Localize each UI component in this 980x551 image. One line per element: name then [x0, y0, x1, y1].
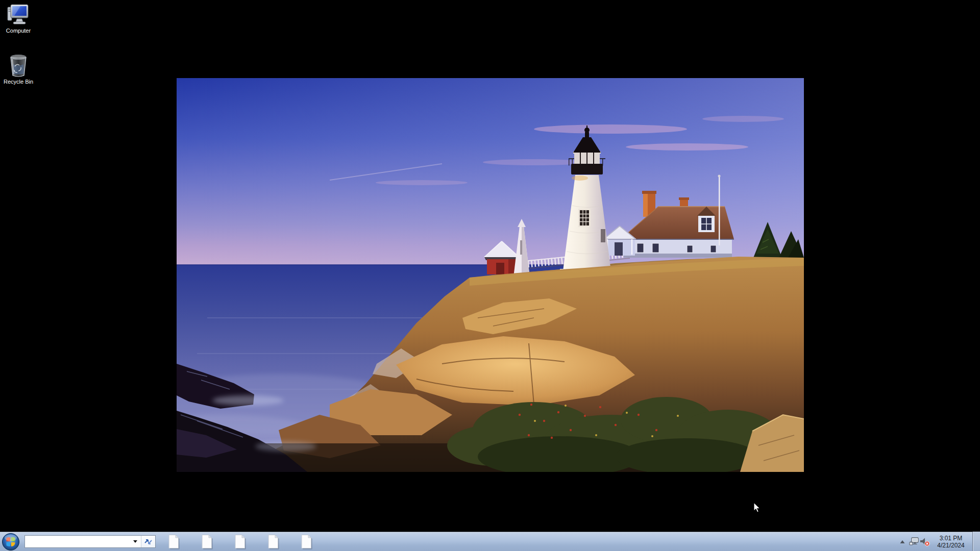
blank-document-icon	[300, 534, 313, 549]
taskbar-document-button-3[interactable]	[233, 534, 247, 550]
system-tray: 3:01 PM 4/21/2024	[897, 532, 980, 551]
blank-document-icon	[167, 534, 180, 549]
desktop-icon-label: Computer	[0, 28, 37, 34]
windows-orb-icon	[2, 533, 20, 551]
blank-document-icon	[234, 534, 247, 549]
network-icon	[909, 537, 919, 546]
address-input[interactable]	[25, 536, 130, 547]
volume-tray-icon[interactable]	[919, 533, 930, 551]
show-hidden-icons-button[interactable]	[897, 533, 908, 551]
quick-launch-row	[167, 534, 313, 550]
arrow-cursor-icon	[753, 502, 762, 513]
volume-muted-icon	[920, 537, 930, 546]
taskbar-clock[interactable]: 3:01 PM 4/21/2024	[933, 535, 969, 549]
clock-time: 3:01 PM	[933, 535, 969, 542]
wallpaper-image	[177, 78, 804, 472]
desktop-icon-label: Recycle Bin	[0, 79, 37, 85]
tower-window	[578, 209, 591, 227]
desktop-icon-recycle-bin[interactable]: Recycle Bin	[0, 53, 37, 85]
mouse-cursor	[753, 502, 762, 515]
go-refresh-icon	[144, 538, 153, 546]
show-desktop-button[interactable]	[972, 532, 980, 551]
address-toolbar	[24, 535, 156, 548]
taskbar-document-button-5[interactable]	[300, 534, 313, 550]
hidden-icons-arrow-icon	[900, 540, 905, 544]
go-button[interactable]	[141, 536, 155, 547]
lighthouse-photo	[177, 78, 804, 472]
taskbar: 3:01 PM 4/21/2024	[0, 532, 980, 551]
blank-document-icon	[267, 534, 280, 549]
taskbar-document-button-2[interactable]	[200, 534, 213, 550]
taskbar-document-button-1[interactable]	[167, 534, 180, 550]
desktop: Computer Recycle Bin	[0, 0, 980, 551]
computer-icon	[7, 3, 30, 27]
network-tray-icon[interactable]	[908, 533, 919, 551]
address-dropdown-button[interactable]	[130, 536, 141, 547]
blank-document-icon	[201, 534, 213, 549]
start-button[interactable]	[2, 533, 20, 551]
taskbar-document-button-4[interactable]	[266, 534, 280, 550]
desktop-icon-computer[interactable]: Computer	[0, 3, 37, 34]
clock-date: 4/21/2024	[933, 542, 969, 549]
recycle-bin-icon	[7, 53, 30, 78]
